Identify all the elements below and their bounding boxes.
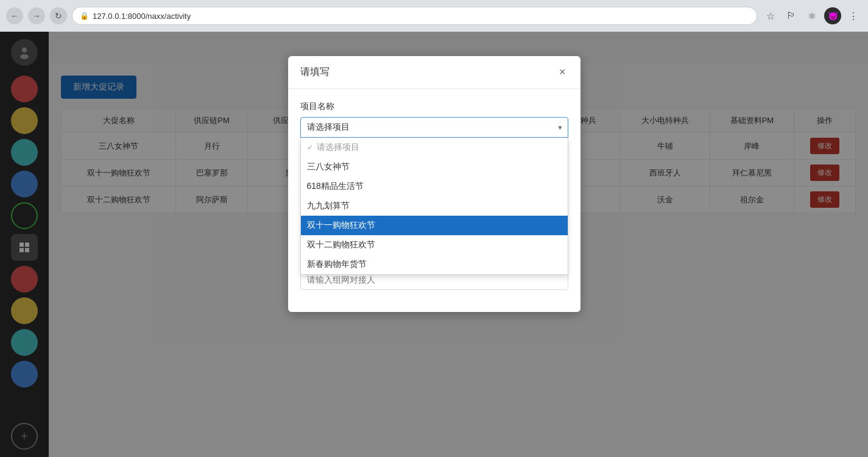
main-content: 新增大促记录 大促名称 供应链PM 供应链压测负责人 菜鸟对接人 天猫特种兵 天… — [49, 63, 868, 457]
modal-header: 请填写 × — [288, 56, 580, 89]
back-button[interactable]: ← — [6, 7, 23, 24]
option-label: 三八女神节 — [307, 161, 350, 172]
flag-button[interactable]: 🏳 — [783, 7, 800, 24]
select-container: 请选择项目 ▼ ✓ 请选择项目 三八女神节 — [300, 117, 568, 138]
dropdown-item-1[interactable]: 三八女神节 — [301, 157, 568, 177]
forward-button[interactable]: → — [28, 7, 45, 24]
option-label: 新春购物年货节 — [307, 259, 367, 270]
option-label: 九九划算节 — [307, 200, 350, 211]
dropdown-item-placeholder[interactable]: ✓ 请选择项目 — [301, 138, 568, 157]
dropdown-item-6[interactable]: 新春购物年货节 — [301, 255, 568, 274]
extensions-button[interactable]: ⚛ — [803, 7, 820, 24]
dropdown-item-3[interactable]: 九九划算节 — [301, 196, 568, 216]
select-arrow-icon: ▼ — [557, 124, 563, 131]
select-value: 请选择项目 — [307, 122, 350, 133]
menu-button[interactable]: ⋮ — [845, 7, 862, 24]
modal-body: 项目名称 请选择项目 ▼ ✓ 请选择项目 — [288, 89, 580, 312]
dropdown-item-2[interactable]: 618精品生活节 — [301, 177, 568, 196]
dropdown-item-5[interactable]: 双十二购物狂欢节 — [301, 235, 568, 255]
profile-icon[interactable]: 😈 — [824, 7, 841, 24]
project-name-field: 项目名称 请选择项目 ▼ ✓ 请选择项目 — [300, 101, 568, 138]
lock-icon: 🔒 — [80, 12, 89, 20]
browser-actions: ☆ 🏳 ⚛ 😈 ⋮ — [762, 7, 862, 24]
address-bar[interactable]: 🔒 127.0.0.1:8000/naxx/activity — [72, 7, 757, 25]
dropdown-item-4-selected[interactable]: 双十一购物狂欢节 — [301, 216, 568, 235]
browser-chrome: ← → ↻ 🔒 127.0.0.1:8000/naxx/activity ☆ 🏳… — [0, 0, 868, 32]
url-text: 127.0.0.1:8000/naxx/activity — [93, 12, 191, 21]
modal-title: 请填写 — [300, 66, 330, 79]
project-select[interactable]: 请选择项目 ▼ — [300, 117, 568, 138]
option-label: 双十一购物狂欢节 — [307, 220, 375, 231]
bookmark-button[interactable]: ☆ — [762, 7, 779, 24]
dropdown-list: ✓ 请选择项目 三八女神节 618精品生活节 九九划算节 — [300, 138, 568, 275]
option-label: 请选择项目 — [317, 142, 359, 153]
check-icon: ✓ — [307, 143, 313, 152]
option-label: 双十二购物狂欢节 — [307, 239, 375, 250]
project-name-label: 项目名称 — [300, 101, 568, 112]
modal-dialog: 请填写 × 项目名称 请选择项目 ▼ ✓ — [288, 56, 580, 312]
reload-button[interactable]: ↻ — [50, 7, 67, 24]
modal-overlay[interactable]: 请填写 × 项目名称 请选择项目 ▼ ✓ — [0, 32, 868, 457]
modal-close-button[interactable]: × — [557, 66, 568, 79]
option-label: 618精品生活节 — [307, 181, 364, 192]
